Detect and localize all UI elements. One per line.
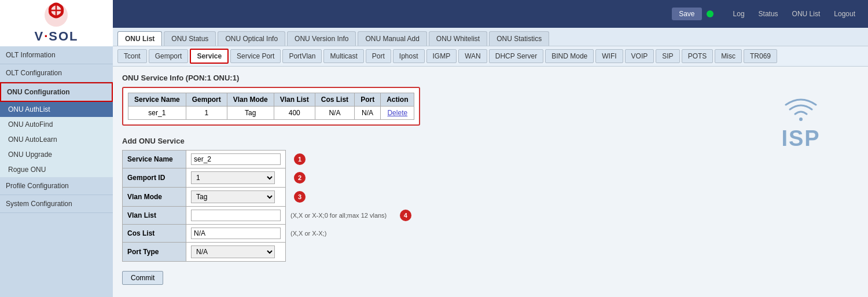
col-port: Port <box>355 93 381 107</box>
sub-tab-port[interactable]: Port <box>366 49 391 63</box>
right-panel: ISP <box>743 74 859 285</box>
service-info-box: Service Name Gemport Vlan Mode Vlan List… <box>122 87 420 126</box>
badge-3-cell: 3 <box>286 188 392 207</box>
sub-tab-gemport[interactable]: Gemport <box>149 49 189 63</box>
sidebar-item-onu-configuration[interactable]: ONU Configuration <box>0 82 113 102</box>
add-service-title: Add ONU Service <box>122 137 731 145</box>
sub-tab-portvlan[interactable]: PortVlan <box>282 49 322 63</box>
onu-list-header-button[interactable]: ONU List <box>789 8 824 20</box>
logo-area: V·SOL <box>0 0 113 46</box>
top-tab-onu-list[interactable]: ONU List <box>117 31 162 46</box>
table-row: ser_1 1 Tag 400 N/A N/A Delete <box>128 107 414 120</box>
sub-tab-wan[interactable]: WAN <box>458 49 487 63</box>
log-button[interactable]: Log <box>730 8 748 20</box>
sub-tab-dhcp-server[interactable]: DHCP Server <box>489 49 543 63</box>
vlan-list-input-cell <box>186 207 286 225</box>
sidebar-item-rogue-onu[interactable]: Rogue ONU <box>0 162 113 177</box>
vlan-mode-input-cell: Tag Transparent Translate <box>186 188 286 207</box>
sidebar-item-onu-authlist[interactable]: ONU AuthList <box>0 102 113 117</box>
cos-list-hint: (X,X or X-X;) <box>286 225 392 243</box>
vlan-list-hint: (X,X or X-X;0 for all;max 12 vlans) <box>286 207 392 225</box>
delete-link[interactable]: Delete <box>387 109 407 117</box>
sub-tab-sip[interactable]: SIP <box>656 49 679 63</box>
vlan-mode-select[interactable]: Tag Transparent Translate <box>191 190 275 203</box>
gemport-id-select[interactable]: 1 2 3 4 <box>191 171 275 184</box>
badge-1-cell: 1 <box>286 151 392 168</box>
sidebar-item-olt-information[interactable]: OLT Information <box>0 46 113 64</box>
cell-vlan-mode: Tag <box>227 107 274 120</box>
table-header-row: Service Name Gemport Vlan Mode Vlan List… <box>128 93 414 107</box>
sub-tab-igmp[interactable]: IGMP <box>426 49 457 63</box>
left-panel: ONU Service Info (PON:1 ONU:1) Service N… <box>122 74 731 285</box>
cell-action[interactable]: Delete <box>381 107 414 120</box>
badge-2-cell: 2 <box>286 168 392 188</box>
content-body: ONU Service Info (PON:1 ONU:1) Service N… <box>113 67 868 292</box>
form-row-cos-list: Cos List (X,X or X-X;) <box>123 225 416 243</box>
service-name-input-cell <box>186 151 286 168</box>
top-tab-onu-status[interactable]: ONU Status <box>164 31 216 46</box>
top-tab-onu-statistics[interactable]: ONU Statistics <box>489 31 549 46</box>
cos-list-input[interactable] <box>191 228 281 239</box>
sub-tab-service[interactable]: Service <box>190 49 229 64</box>
sub-tab-multicast[interactable]: Multicast <box>323 49 363 63</box>
col-vlan-list: Vlan List <box>274 93 315 107</box>
sidebar-item-olt-configuration[interactable]: OLT Configuration <box>0 64 113 82</box>
form-row-vlan-mode: Vlan Mode Tag Transparent Translate 3 <box>123 188 416 207</box>
service-info-title: ONU Service Info (PON:1 ONU:1) <box>122 74 731 82</box>
sub-tab-iphost[interactable]: Iphost <box>393 49 425 63</box>
sub-tab-tcont[interactable]: Tcont <box>117 49 147 63</box>
cell-vlan-list: 400 <box>274 107 315 120</box>
wifi-icon <box>784 97 818 126</box>
vsol-logo-icon <box>43 2 69 28</box>
badge-3: 3 <box>294 191 306 203</box>
sidebar-item-onu-upgrade[interactable]: ONU Upgrade <box>0 147 113 162</box>
port-type-label: Port Type <box>123 243 186 262</box>
cos-list-input-cell <box>186 225 286 243</box>
cell-service-name: ser_1 <box>128 107 186 120</box>
sub-tab-wifi[interactable]: WIFI <box>595 49 623 63</box>
sub-tab-bind-mode[interactable]: BIND Mode <box>545 49 594 63</box>
top-tab-onu-whitelist[interactable]: ONU Whitelist <box>429 31 487 46</box>
badge-4: 4 <box>400 210 411 221</box>
commit-button[interactable]: Commit <box>122 271 163 285</box>
logo-text: V·SOL <box>34 29 78 44</box>
form-row-service-name: Service Name 1 <box>123 151 416 168</box>
status-button[interactable]: Status <box>755 8 782 20</box>
logout-button[interactable]: Logout <box>830 8 859 20</box>
badge-1: 1 <box>294 153 306 165</box>
sub-tab-pots[interactable]: POTS <box>682 49 713 63</box>
col-vlan-mode: Vlan Mode <box>227 93 274 107</box>
top-tab-onu-optical[interactable]: ONU Optical Info <box>218 31 285 46</box>
sidebar: OLT Information OLT Configuration ONU Co… <box>0 28 113 297</box>
gemport-id-input-cell: 1 2 3 4 <box>186 168 286 188</box>
save-button[interactable]: Save <box>672 8 701 20</box>
vlan-list-input[interactable] <box>191 210 281 221</box>
cell-port: N/A <box>355 107 381 120</box>
form-row-vlan-list: Vlan List (X,X or X-X;0 for all;max 12 v… <box>123 207 416 225</box>
sub-tab-misc[interactable]: Misc <box>715 49 742 63</box>
sub-tab-voip[interactable]: VOIP <box>625 49 654 63</box>
service-table: Service Name Gemport Vlan Mode Vlan List… <box>128 93 414 120</box>
service-name-input[interactable] <box>191 153 281 165</box>
top-tab-onu-manual-add[interactable]: ONU Manual Add <box>358 31 426 46</box>
top-tabs-bar: ONU ListONU StatusONU Optical InfoONU Ve… <box>113 28 868 46</box>
sidebar-item-onu-autolearn[interactable]: ONU AutoLearn <box>0 132 113 147</box>
sub-tab-tr069[interactable]: TR069 <box>744 49 777 63</box>
col-gemport: Gemport <box>186 93 227 107</box>
top-tab-onu-version[interactable]: ONU Version Info <box>287 31 356 46</box>
form-row-port-type: Port Type N/A ETH POTS CATV <box>123 243 416 262</box>
svg-point-6 <box>799 118 803 121</box>
service-name-label: Service Name <box>123 151 186 168</box>
status-indicator <box>707 10 713 17</box>
sidebar-item-onu-autofind[interactable]: ONU AutoFind <box>0 117 113 132</box>
sub-tab-service-port[interactable]: Service Port <box>230 49 281 63</box>
sidebar-item-profile-configuration[interactable]: Profile Configuration <box>0 177 113 195</box>
port-type-select[interactable]: N/A ETH POTS CATV <box>191 245 275 258</box>
isp-text: ISP <box>781 126 820 151</box>
main-wrapper: OLT Information OLT Configuration ONU Co… <box>0 28 868 297</box>
sidebar-item-system-configuration[interactable]: System Configuration <box>0 195 113 213</box>
vlan-mode-label: Vlan Mode <box>123 188 186 207</box>
content-area: ONU ListONU StatusONU Optical InfoONU Ve… <box>113 28 868 297</box>
cell-gemport: 1 <box>186 107 227 120</box>
col-cos-list: Cos List <box>315 93 354 107</box>
